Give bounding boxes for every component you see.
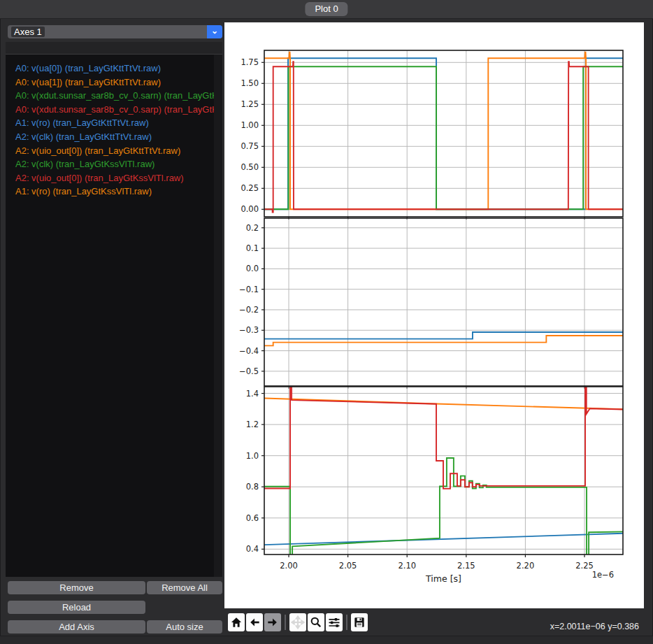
- tab-bar: Plot 0: [0, 0, 653, 19]
- signal-list-item[interactable]: A2: v(uio_out[0]) (tran_LayGtKttTtVt.raw…: [6, 144, 222, 158]
- ytick-label: 0.00: [241, 204, 259, 214]
- ytick-label: −0.3: [239, 325, 259, 335]
- home-button[interactable]: [228, 613, 245, 631]
- plot-toolbar: [228, 613, 369, 632]
- axis-offset-text: 1e−6: [592, 570, 614, 580]
- pan-icon: [291, 615, 305, 629]
- xtick-label: 2.25: [575, 561, 594, 571]
- axes-A0[interactable]: 0.000.250.500.751.001.251.501.75: [241, 50, 623, 220]
- ytick-label: 0.2: [246, 223, 259, 233]
- ytick-label: 0.75: [241, 141, 259, 151]
- save-icon: [352, 615, 366, 629]
- x-axis-label: Time [s]: [425, 573, 461, 584]
- trace-A1: [264, 336, 623, 345]
- axes-A1[interactable]: 0.20.10.0−0.1−0.2−0.3−0.4−0.5: [239, 218, 623, 389]
- ytick-label: 1.2: [246, 420, 259, 429]
- zoom-button[interactable]: [308, 613, 324, 631]
- save-button[interactable]: [351, 613, 368, 631]
- remove-button[interactable]: Remove: [8, 581, 145, 594]
- plot-figure-canvas[interactable]: 0.000.250.500.751.001.251.501.750.20.10.…: [224, 22, 644, 608]
- ytick-label: 0.8: [246, 482, 259, 492]
- ytick-label: −0.5: [239, 366, 259, 376]
- ytick-label: 1.4: [246, 389, 259, 399]
- signal-list-item[interactable]: A1: v(ro) (tran_LayGtKttTtVt.raw): [6, 116, 222, 130]
- pan-button[interactable]: [289, 613, 306, 631]
- back-button[interactable]: [246, 613, 263, 631]
- reload-button[interactable]: Reload: [8, 601, 145, 614]
- trace-A0: [264, 62, 623, 212]
- ytick-label: 1.75: [241, 57, 259, 67]
- subplots-icon: [327, 615, 341, 629]
- signal-panel: A0: v(ua[0]) (tran_LayGtKttTtVt.raw)A0: …: [6, 42, 222, 577]
- ytick-label: 0.50: [241, 162, 259, 172]
- xtick-label: 2.10: [398, 561, 416, 571]
- axes-selector[interactable]: Axes 1 ⌄: [8, 25, 222, 38]
- xtick-label: 2.15: [457, 561, 475, 571]
- chevron-down-icon: ⌄: [207, 25, 222, 38]
- ytick-label: 1.25: [241, 99, 259, 109]
- signal-list[interactable]: A0: v(ua[0]) (tran_LayGtKttTtVt.raw)A0: …: [6, 62, 222, 577]
- xtick-label: 2.20: [517, 561, 535, 571]
- ytick-label: 0.4: [246, 544, 259, 554]
- ytick-label: 1.0: [246, 451, 259, 461]
- ytick-label: 0.1: [246, 243, 259, 253]
- toolbar-separator: [285, 615, 286, 630]
- forward-button[interactable]: [264, 613, 281, 631]
- scrollbar-gutter[interactable]: [214, 55, 222, 577]
- forward-icon: [266, 615, 280, 629]
- ytick-label: 1.50: [241, 78, 259, 88]
- signal-list-item[interactable]: A1: v(ro) (tran_LayGtKssVlTl.raw): [6, 185, 222, 199]
- ytick-label: −0.4: [239, 346, 259, 356]
- signal-list-item[interactable]: A2: v(clk) (tran_LayGtKttTtVt.raw): [6, 130, 222, 144]
- axes-selector-value: Axes 1: [11, 27, 45, 37]
- ytick-label: −0.2: [239, 305, 259, 315]
- signal-list-header: [6, 42, 222, 55]
- home-icon: [229, 615, 243, 629]
- trace-A2: [264, 398, 623, 409]
- add-axis-button[interactable]: Add Axis: [8, 620, 145, 634]
- auto-size-button[interactable]: Auto size: [147, 620, 222, 634]
- xtick-label: 2.05: [339, 561, 357, 571]
- ytick-label: 1.00: [241, 120, 259, 130]
- signal-list-item[interactable]: A0: v(xdut.sunsar_sar8b_cv_0.sarp) (tran…: [6, 103, 222, 117]
- ytick-label: 0.6: [246, 513, 259, 523]
- toolbar-separator: [346, 615, 347, 630]
- signal-list-item[interactable]: A2: v(uio_out[0]) (tran_LayGtKssVlTl.raw…: [6, 171, 222, 185]
- window-bottom-edge: [0, 636, 653, 644]
- waveform-viewer-window: Plot 0 Axes 1 ⌄ A0: v(ua[0]) (tran_LayGt…: [0, 0, 653, 644]
- tab-plot-0[interactable]: Plot 0: [305, 2, 347, 16]
- signal-list-item[interactable]: A0: v(ua[1]) (tran_LayGtKttTtVt.raw): [6, 76, 222, 90]
- signal-list-item[interactable]: A2: v(clk) (tran_LayGtKssVlTl.raw): [6, 157, 222, 171]
- remove-all-button[interactable]: Remove All: [147, 581, 222, 594]
- back-icon: [247, 615, 261, 629]
- xtick-label: 2.00: [280, 561, 298, 571]
- signal-list-item[interactable]: A0: v(ua[0]) (tran_LayGtKttTtVt.raw): [6, 62, 222, 76]
- trace-A2: [264, 534, 623, 545]
- subplots-button[interactable]: [326, 613, 343, 631]
- ytick-label: 0.0: [246, 264, 259, 273]
- signal-list-item[interactable]: A0: v(xdut.sunsar_sar8b_cv_0.sarn) (tran…: [6, 89, 222, 103]
- ytick-label: −0.1: [239, 285, 259, 294]
- axes-A2[interactable]: 0.40.60.81.01.21.4: [246, 384, 623, 557]
- cursor-coordinates: x=2.0011e−06 y=0.386: [550, 622, 639, 631]
- zoom-icon: [309, 615, 323, 629]
- ytick-label: 0.25: [241, 183, 259, 193]
